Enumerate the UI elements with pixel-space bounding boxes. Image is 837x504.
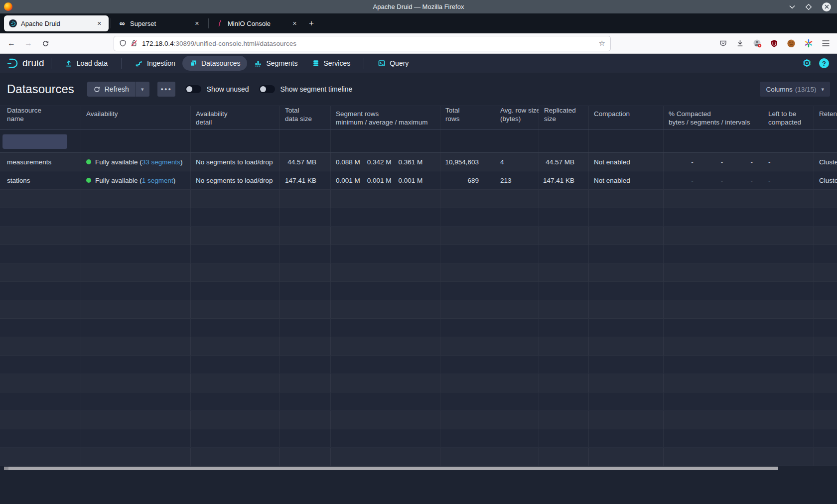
menu-hamburger-icon[interactable] [822, 40, 830, 47]
empty-cell [0, 392, 81, 410]
empty-cell [814, 392, 837, 410]
tab-close-icon[interactable]: ✕ [193, 19, 201, 28]
retention-cell[interactable]: Cluster default [814, 171, 837, 189]
horizontal-scrollbar-thumb[interactable] [4, 467, 778, 470]
page-header: Datasources Refresh ▾ ●●● Show unused Sh… [0, 73, 837, 106]
empty-cell [539, 411, 589, 429]
url-bar[interactable]: 172.18.0.4:30899/unified-console.html#da… [114, 36, 611, 51]
column-header[interactable]: Segment rowsminimum / average / maximum [331, 106, 440, 129]
column-header[interactable]: Avg. row size(bytes) [489, 106, 539, 129]
nav-item-ingestion[interactable]: Ingestion [128, 56, 182, 71]
nav-item-services[interactable]: Services [305, 56, 358, 71]
empty-cell [440, 227, 489, 245]
empty-cell [0, 337, 81, 355]
toggle-knob [186, 86, 192, 92]
segments-link[interactable]: 1 segment [142, 177, 173, 184]
datasource-row[interactable]: measurementsFully available (33 segments… [0, 153, 837, 171]
datasource-row[interactable]: stationsFully available (1 segment)No se… [0, 171, 837, 190]
ingestion-icon [135, 59, 143, 67]
columns-label: Columns [766, 86, 792, 93]
load-data-icon [65, 59, 73, 67]
ublock-origin-icon[interactable] [770, 39, 778, 48]
tracking-shield-icon[interactable] [119, 39, 127, 47]
column-header[interactable]: Replicatedsize [539, 106, 589, 129]
columns-button[interactable]: Columns (13/15) ▾ [760, 82, 830, 97]
empty-cell [489, 282, 539, 300]
segments-link[interactable]: 33 segments [142, 158, 180, 166]
refresh-split-button: Refresh ▾ [87, 82, 149, 97]
reload-button[interactable] [38, 36, 53, 51]
druid-favicon-icon [9, 19, 17, 27]
toggle-label: Show segment timeline [280, 85, 353, 93]
empty-cell [539, 337, 589, 355]
column-header[interactable]: Availabilitydetail [191, 106, 280, 129]
column-header[interactable]: Datasourcename [0, 106, 81, 129]
empty-cell [489, 319, 539, 337]
left-to-be-compacted-cell: - [763, 171, 814, 189]
empty-cell [664, 356, 763, 374]
tab-close-icon[interactable]: ✕ [95, 19, 104, 28]
new-tab-button[interactable]: + [304, 17, 319, 29]
column-header[interactable]: Availability [81, 106, 191, 129]
empty-cell [280, 245, 331, 263]
column-header[interactable]: % Compactedbytes / segments / intervals [664, 106, 763, 129]
downloads-icon[interactable] [736, 39, 744, 47]
tab-minio-console[interactable]: MinIO Console ✕ [211, 15, 304, 31]
tab-close-icon[interactable]: ✕ [290, 19, 299, 28]
empty-cell [589, 190, 664, 208]
help-icon[interactable]: ? [819, 58, 829, 68]
refresh-button[interactable]: Refresh [87, 82, 135, 97]
nav-item-segments[interactable]: Segments [247, 56, 304, 71]
empty-cell [814, 448, 837, 466]
settings-gear-icon[interactable]: ⚙ [802, 58, 812, 69]
pocket-icon[interactable] [719, 39, 727, 47]
nav-item-query[interactable]: Query [371, 56, 416, 71]
table-header-row: DatasourcenameAvailabilityAvailabilityde… [0, 106, 837, 130]
empty-cell [0, 319, 81, 337]
filter-cell [763, 130, 814, 152]
column-header[interactable]: Retention [814, 106, 837, 129]
empty-cell [191, 374, 280, 392]
tab-label: Superset [130, 20, 156, 27]
column-header[interactable]: Totaldata size [280, 106, 331, 129]
column-header[interactable]: Compaction [589, 106, 664, 129]
empty-cell [191, 392, 280, 410]
window-maximize-button[interactable] [805, 3, 812, 10]
column-header[interactable]: Left to becompacted [763, 106, 814, 129]
retention-cell[interactable]: Cluster default [814, 153, 837, 171]
datasource-name-filter-input[interactable] [2, 134, 67, 149]
window-minimize-button[interactable] [789, 5, 795, 9]
column-header[interactable]: Totalrows [440, 106, 489, 129]
extension-disabled-icon[interactable] [753, 39, 762, 48]
bookmark-star-icon[interactable]: ☆ [599, 39, 605, 48]
show-segment-timeline-toggle[interactable] [259, 85, 275, 93]
tab-superset[interactable]: ∞ Superset ✕ [113, 15, 206, 31]
more-actions-button[interactable]: ●●● [157, 82, 175, 97]
refresh-dropdown-button[interactable]: ▾ [136, 82, 149, 97]
window-close-button[interactable] [822, 2, 831, 11]
empty-cell [763, 337, 814, 355]
nav-item-load-data[interactable]: Load data [58, 56, 115, 71]
empty-cell [191, 300, 280, 318]
empty-cell [331, 337, 440, 355]
tab-apache-druid[interactable]: Apache Druid ✕ [4, 15, 109, 31]
colorful-asterisk-extension-icon[interactable] [804, 39, 813, 48]
empty-cell [489, 208, 539, 226]
avg-row-size-cell: 4 [489, 153, 539, 171]
empty-cell [763, 227, 814, 245]
datasource-name-cell[interactable]: measurements [0, 153, 81, 171]
datasource-name-cell[interactable]: stations [0, 171, 81, 189]
tab-label: MinIO Console [228, 20, 271, 27]
empty-cell [539, 300, 589, 318]
back-button[interactable]: ← [4, 36, 19, 51]
insecure-lock-icon[interactable] [130, 39, 138, 47]
cookie-extension-icon[interactable] [787, 39, 796, 48]
empty-cell [489, 190, 539, 208]
empty-cell [664, 429, 763, 447]
druid-logo[interactable]: druid [6, 57, 44, 70]
empty-cell [191, 208, 280, 226]
empty-cell [589, 245, 664, 263]
show-unused-toggle[interactable] [185, 85, 201, 93]
nav-item-datasources[interactable]: Datasources [182, 56, 248, 71]
empty-row [0, 337, 837, 356]
